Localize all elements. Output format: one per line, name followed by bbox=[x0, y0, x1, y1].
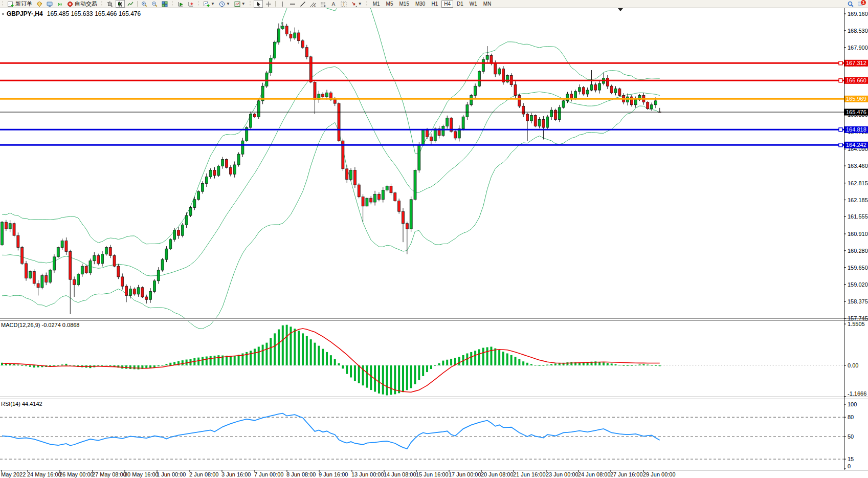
chart-shift-marker-icon[interactable] bbox=[618, 8, 623, 11]
template-icon bbox=[234, 1, 240, 7]
toolbar-grip bbox=[365, 1, 369, 7]
time-tick-label: 20 Jun 08:00 bbox=[481, 471, 514, 477]
time-tick-label: 14 Jun 08:00 bbox=[384, 471, 416, 477]
time-tick-label: 3 Jun 16:00 bbox=[221, 471, 251, 477]
chart-shift-button[interactable] bbox=[186, 0, 195, 8]
horizontal-line-icon bbox=[290, 1, 296, 7]
toolbar-separator bbox=[275, 1, 276, 7]
macd-axis-label: 0.00 bbox=[848, 362, 858, 368]
crosshair-button[interactable] bbox=[264, 0, 273, 8]
time-tick-label: 9 Jun 16:00 bbox=[319, 471, 348, 477]
signals-button[interactable] bbox=[55, 0, 64, 8]
bar-chart-icon bbox=[107, 1, 113, 7]
price-badge-label: 165.969 bbox=[846, 96, 866, 102]
trendline-icon bbox=[300, 1, 306, 7]
terminal-button[interactable] bbox=[45, 0, 54, 8]
timeframe-button-m15[interactable]: M15 bbox=[397, 1, 412, 8]
chat-button[interactable]: 1 bbox=[856, 0, 867, 8]
svg-text:T: T bbox=[342, 2, 345, 7]
timeframe-button-mn[interactable]: MN bbox=[481, 1, 494, 8]
rsi-axis-label: 100 bbox=[848, 401, 857, 407]
price-badge-label: 165.476 bbox=[846, 109, 866, 115]
tile-windows-button[interactable] bbox=[160, 0, 169, 8]
zoom-in-button[interactable] bbox=[140, 0, 149, 8]
vertical-line-button[interactable] bbox=[278, 0, 287, 8]
price-tick-label: 161.555 bbox=[848, 213, 868, 220]
rsi-line bbox=[2, 414, 660, 449]
candles bbox=[1, 22, 661, 314]
zoom-out-button[interactable] bbox=[150, 0, 159, 8]
macd-histogram bbox=[1, 325, 661, 396]
price-tick-label: 158.375 bbox=[848, 298, 868, 305]
price-tick-label: 163.460 bbox=[848, 163, 868, 169]
indicators-button[interactable]: ▼ bbox=[202, 0, 216, 8]
line-chart-button[interactable] bbox=[126, 0, 135, 8]
line-handle[interactable] bbox=[839, 143, 842, 147]
time-tick-label: 15 Jun 16:00 bbox=[416, 471, 449, 477]
market-button[interactable] bbox=[35, 0, 44, 8]
trendline-button[interactable] bbox=[298, 0, 307, 8]
price-badge-label: 166.660 bbox=[846, 77, 866, 83]
search-button[interactable] bbox=[846, 0, 855, 8]
text-label-button[interactable]: T bbox=[339, 0, 348, 8]
templates-button[interactable]: ▼ bbox=[233, 0, 247, 8]
time-tick-label: 26 May 00:00 bbox=[59, 471, 94, 477]
bar-chart-button[interactable] bbox=[105, 0, 115, 8]
price-tick-label: 168.530 bbox=[848, 28, 868, 34]
cursor-button[interactable] bbox=[254, 0, 263, 8]
signal-icon bbox=[57, 1, 63, 7]
dropdown-arrow-icon: ▼ bbox=[241, 2, 246, 6]
time-tick-label: 27 Jun 16:00 bbox=[610, 471, 643, 477]
toolbar-grip bbox=[249, 1, 252, 7]
autotrading-icon bbox=[67, 1, 73, 7]
chart-area[interactable]: MACD(12,26,9) -0.0274 0.0868RSI(14) 44.4… bbox=[0, 0, 868, 478]
time-tick-label: May 2022 bbox=[1, 471, 26, 477]
crosshair-icon bbox=[265, 1, 272, 7]
price-badge-label: 167.312 bbox=[846, 60, 866, 66]
zoom-in-icon bbox=[141, 1, 147, 7]
periods-button[interactable]: ▼ bbox=[217, 0, 232, 8]
time-tick-label: 30 May 16:00 bbox=[124, 471, 159, 477]
chart-shift-icon bbox=[188, 1, 194, 7]
channel-icon: E bbox=[310, 1, 316, 7]
text-button[interactable]: A bbox=[329, 0, 338, 8]
svg-text:F: F bbox=[324, 4, 325, 7]
new-order-button[interactable]: 新订单 bbox=[6, 0, 34, 8]
time-tick-label: 27 May 08:00 bbox=[92, 471, 126, 477]
channel-button[interactable]: E bbox=[308, 0, 318, 8]
bollinger-lower-band bbox=[2, 106, 660, 329]
fibonacci-button[interactable]: F bbox=[319, 0, 328, 8]
timeframe-button-m1[interactable]: M1 bbox=[370, 1, 383, 8]
line-handle[interactable] bbox=[839, 79, 842, 82]
timeframe-button-d1[interactable]: D1 bbox=[454, 1, 466, 8]
chart-window-icon bbox=[2, 13, 4, 15]
chart-title: GBPJPY-,H4165.485 165.633 165.466 165.47… bbox=[7, 10, 141, 17]
search-icon bbox=[848, 1, 854, 7]
horizontal-line-button[interactable] bbox=[288, 0, 297, 8]
auto-scroll-icon bbox=[177, 1, 184, 7]
time-tick-label: 21 Jun 16:00 bbox=[513, 471, 546, 477]
line-handle[interactable] bbox=[839, 61, 842, 65]
arrow-tool-icon bbox=[351, 1, 357, 7]
auto-scroll-button[interactable] bbox=[176, 0, 185, 8]
macd-label: MACD(12,26,9) -0.0274 0.0868 bbox=[1, 322, 79, 328]
timeframe-button-h1[interactable]: H1 bbox=[429, 1, 440, 8]
price-tick-label: 162.815 bbox=[848, 180, 868, 186]
price-tick-label: 162.185 bbox=[848, 197, 868, 203]
timeframe-button-m30[interactable]: M30 bbox=[413, 1, 428, 8]
arrows-button[interactable]: ▼ bbox=[349, 0, 364, 8]
rsi-label: RSI(14) 44.4142 bbox=[1, 401, 42, 407]
autotrading-button[interactable]: 自动交易 bbox=[65, 0, 99, 8]
rsi-axis-label: 15 bbox=[848, 456, 854, 462]
time-tick-label: 2 Jun 08:00 bbox=[189, 471, 219, 477]
timeframe-button-m5[interactable]: M5 bbox=[384, 1, 396, 8]
candlestick-chart-button[interactable] bbox=[116, 0, 125, 8]
time-axis[interactable]: May 202224 May 16:0026 May 00:0027 May 0… bbox=[1, 470, 676, 477]
line-handle[interactable] bbox=[839, 128, 842, 132]
price-tick-label: 169.160 bbox=[848, 11, 868, 17]
price-tick-label: 159.650 bbox=[848, 265, 868, 271]
toolbar-separator bbox=[137, 1, 138, 7]
timeframe-button-h4[interactable]: H4 bbox=[441, 1, 453, 8]
timeframe-button-w1[interactable]: W1 bbox=[467, 1, 480, 8]
mt4-window: 新订单自动交易▼▼▼EFAT▼M1M5M15M30H1H4D1W1MN1 MAC… bbox=[0, 0, 868, 478]
